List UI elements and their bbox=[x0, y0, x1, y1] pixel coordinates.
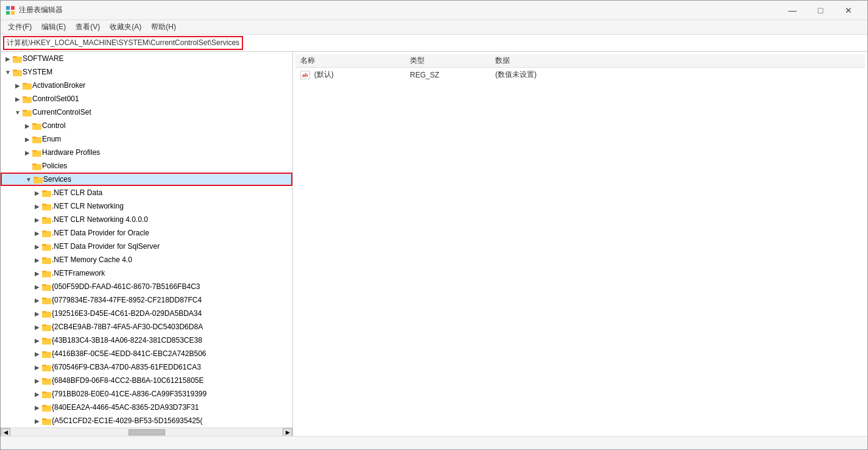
expand-netframework[interactable]: ▶ bbox=[32, 268, 42, 278]
tree-hscroll[interactable]: ◀ ▶ bbox=[1, 427, 292, 436]
expand-system[interactable]: ▼ bbox=[3, 67, 13, 77]
expand-guid4[interactable]: ▶ bbox=[32, 322, 42, 332]
expand-services[interactable]: ▼ bbox=[24, 174, 34, 184]
tree-label-netmemorycache: .NET Memory Cache 4.0 bbox=[52, 255, 132, 264]
expand-software[interactable]: ▶ bbox=[3, 54, 13, 63]
menu-view[interactable]: 查看(V) bbox=[71, 21, 105, 34]
tree-item-guid9[interactable]: ▶ {791BB028-E0E0-41CE-A836-CA99F35319399 bbox=[1, 387, 292, 401]
expand-guid7[interactable]: ▶ bbox=[32, 362, 42, 372]
tree-root: ▶ SOFTWARE ▼ SYSTEM ▶ ActivationBroker bbox=[1, 52, 292, 436]
tree-item-guid2[interactable]: ▶ {0779834E-7834-47FE-8952-CF218DD87FC4 bbox=[1, 293, 292, 307]
tree-item-system[interactable]: ▼ SYSTEM bbox=[1, 65, 292, 79]
folder-icon-system bbox=[13, 68, 23, 76]
expand-guid9[interactable]: ▶ bbox=[32, 389, 42, 399]
tree-item-netmemorycache[interactable]: ▶ .NET Memory Cache 4.0 bbox=[1, 253, 292, 266]
tree-item-netclrdata[interactable]: ▶ .NET CLR Data bbox=[1, 186, 292, 199]
hscroll-thumb[interactable] bbox=[129, 429, 165, 435]
svg-rect-3 bbox=[11, 11, 15, 15]
minimize-button[interactable]: — bbox=[778, 1, 806, 20]
tree-label-enum: Enum bbox=[42, 135, 61, 143]
folder-icon-guid11 bbox=[42, 416, 52, 425]
maximize-button[interactable]: □ bbox=[806, 1, 834, 20]
expand-hardwareprofiles[interactable]: ▶ bbox=[23, 148, 32, 157]
col-header-type: 类型 bbox=[405, 54, 490, 68]
tree-item-guid7[interactable]: ▶ {670546F9-CB3A-47D0-A835-61FEDD61CA3 bbox=[1, 360, 292, 374]
tree-label-controlset001: ControlSet001 bbox=[32, 95, 79, 103]
scroll-right-btn[interactable]: ▶ bbox=[283, 428, 292, 437]
tree-pane[interactable]: ▶ SOFTWARE ▼ SYSTEM ▶ ActivationBroker bbox=[1, 52, 293, 436]
tree-item-hardwareprofiles[interactable]: ▶ Hardware Profiles bbox=[1, 146, 292, 159]
expand-guid8[interactable]: ▶ bbox=[32, 376, 42, 385]
close-button[interactable]: ✕ bbox=[834, 1, 863, 20]
expand-guid3[interactable]: ▶ bbox=[32, 309, 42, 318]
tree-item-netdataprovideroracle[interactable]: ▶ .NET Data Provider for Oracle bbox=[1, 226, 292, 240]
folder-icon-netclrnetworking4 bbox=[42, 215, 52, 224]
tree-item-netclrnetworking4[interactable]: ▶ .NET CLR Networking 4.0.0.0 bbox=[1, 213, 292, 226]
titlebar: 注册表编辑器 — □ ✕ bbox=[1, 1, 867, 20]
detail-table: 名称 类型 数据 ab (默认) REG_SZ (数值未设置) bbox=[295, 54, 865, 82]
row-name-value: (默认) bbox=[314, 70, 334, 79]
tree-item-controlset001[interactable]: ▶ ControlSet001 bbox=[1, 92, 292, 105]
expand-guid11[interactable]: ▶ bbox=[32, 416, 42, 426]
expand-guid1[interactable]: ▶ bbox=[32, 282, 42, 291]
tree-item-policies[interactable]: ▶ Policies bbox=[1, 159, 292, 173]
expand-guid10[interactable]: ▶ bbox=[32, 402, 42, 412]
tree-item-guid6[interactable]: ▶ {4416B38F-0C5E-4EDD-841C-EBC2A742B506 bbox=[1, 347, 292, 360]
tree-item-guid5[interactable]: ▶ {43B183C4-3B18-4A06-8224-381CD853CE38 bbox=[1, 334, 292, 347]
expand-guid2[interactable]: ▶ bbox=[32, 295, 42, 305]
folder-icon-services bbox=[34, 175, 43, 184]
tree-item-guid3[interactable]: ▶ {192516E3-D45E-4C61-B2DA-029DA5BDA34 bbox=[1, 307, 292, 320]
expand-guid6[interactable]: ▶ bbox=[32, 349, 42, 359]
menu-edit[interactable]: 编辑(E) bbox=[37, 21, 71, 34]
tree-item-netdataprovidersqlserver[interactable]: ▶ .NET Data Provider for SqlServer bbox=[1, 240, 292, 253]
address-path[interactable]: 计算机\HKEY_LOCAL_MACHINE\SYSTEM\CurrentCon… bbox=[3, 36, 243, 50]
tree-item-guid10[interactable]: ▶ {840EEA2A-4466-45AC-8365-2DA93D73F31 bbox=[1, 401, 292, 414]
svg-rect-41 bbox=[42, 298, 46, 299]
expand-netdataprovideroracle[interactable]: ▶ bbox=[32, 228, 42, 238]
expand-netmemorycache[interactable]: ▶ bbox=[32, 255, 42, 265]
tree-item-software[interactable]: ▶ SOFTWARE bbox=[1, 52, 292, 65]
scroll-left-btn[interactable]: ◀ bbox=[1, 428, 10, 437]
expand-enum[interactable]: ▶ bbox=[23, 134, 32, 144]
expand-netclrnetworking[interactable]: ▶ bbox=[32, 201, 42, 211]
statusbar bbox=[1, 436, 867, 449]
tree-item-guid11[interactable]: ▶ {A5C1CFD2-EC1E-4029-BF53-5D156935425( bbox=[1, 414, 292, 427]
expand-currentcontrolset[interactable]: ▼ bbox=[13, 107, 23, 117]
table-row[interactable]: ab (默认) REG_SZ (数值未设置) bbox=[295, 68, 865, 82]
svg-rect-27 bbox=[42, 204, 46, 205]
expand-netdataprovidersqlserver[interactable]: ▶ bbox=[32, 241, 42, 251]
menu-file[interactable]: 文件(F) bbox=[3, 21, 37, 34]
svg-rect-35 bbox=[42, 257, 46, 259]
main-content: ▶ SOFTWARE ▼ SYSTEM ▶ ActivationBroker bbox=[1, 52, 867, 436]
tree-item-netframework[interactable]: ▶ .NETFramework bbox=[1, 266, 292, 280]
tree-item-guid8[interactable]: ▶ {6848BFD9-06F8-4CC2-BB6A-10C61215805E bbox=[1, 374, 292, 387]
svg-rect-45 bbox=[42, 324, 46, 326]
tree-label-guid10: {840EEA2A-4466-45AC-8365-2DA93D73F31 bbox=[52, 403, 199, 412]
tree-item-guid4[interactable]: ▶ {2CB4E9AB-78B7-4FA5-AF30-DC5403D6D8A bbox=[1, 320, 292, 334]
tree-label-guid8: {6848BFD9-06F8-4CC2-BB6A-10C61215805E bbox=[52, 376, 204, 385]
expand-netclrdata[interactable]: ▶ bbox=[32, 188, 42, 198]
tree-item-guid1[interactable]: ▶ {050F59DD-FAAD-461C-8670-7B5166FB4C3 bbox=[1, 280, 292, 293]
tree-label-hardwareprofiles: Hardware Profiles bbox=[42, 148, 100, 157]
tree-label-activationbroker: ActivationBroker bbox=[32, 81, 85, 90]
menu-help[interactable]: 帮助(H) bbox=[146, 21, 181, 34]
tree-item-enum[interactable]: ▶ Enum bbox=[1, 132, 292, 146]
expand-controlset001[interactable]: ▶ bbox=[13, 94, 23, 104]
tree-label-software: SOFTWARE bbox=[23, 54, 64, 63]
tree-item-control[interactable]: ▶ Control bbox=[1, 119, 292, 132]
folder-icon-controlset001 bbox=[23, 95, 32, 103]
registry-editor-window: 注册表编辑器 — □ ✕ 文件(F) 编辑(E) 查看(V) 收藏夹(A) 帮助… bbox=[0, 0, 868, 450]
expand-activationbroker[interactable]: ▶ bbox=[13, 80, 23, 90]
tree-label-netdataprovideroracle: .NET Data Provider for Oracle bbox=[52, 229, 149, 237]
tree-label-guid11: {A5C1CFD2-EC1E-4029-BF53-5D156935425( bbox=[52, 416, 202, 425]
app-icon bbox=[5, 5, 15, 15]
tree-item-activationbroker[interactable]: ▶ ActivationBroker bbox=[1, 79, 292, 92]
tree-item-netclrnetworking[interactable]: ▶ .NET CLR Networking bbox=[1, 199, 292, 213]
tree-item-services[interactable]: ▼ Services bbox=[1, 173, 292, 186]
expand-guid5[interactable]: ▶ bbox=[32, 335, 42, 345]
expand-control[interactable]: ▶ bbox=[23, 121, 32, 130]
tree-item-currentcontrolset[interactable]: ▼ CurrentControlSet bbox=[1, 105, 292, 119]
menu-favorites[interactable]: 收藏夹(A) bbox=[105, 21, 146, 34]
expand-netclrnetworking4[interactable]: ▶ bbox=[32, 215, 42, 224]
tree-label-control: Control bbox=[42, 121, 66, 130]
